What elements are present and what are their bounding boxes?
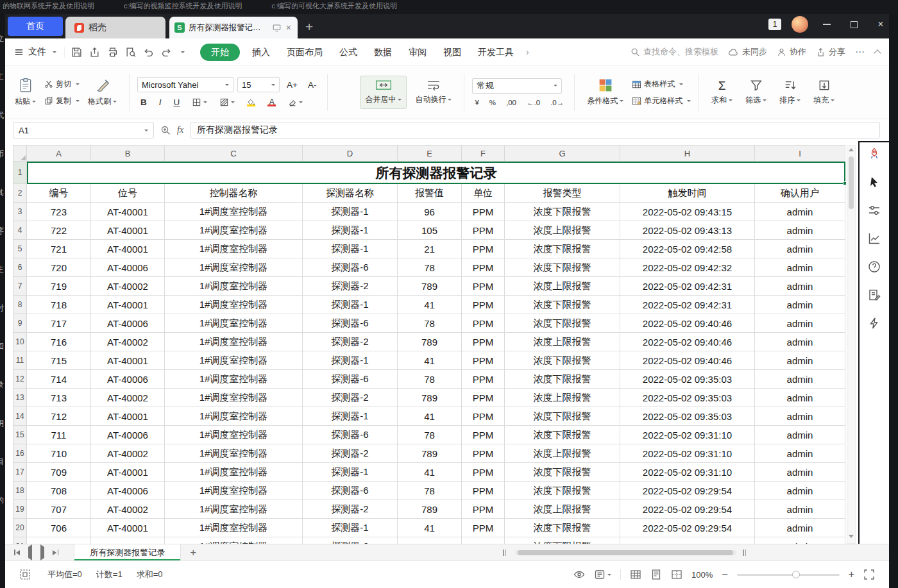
undo-icon[interactable] <box>143 47 154 58</box>
cell[interactable]: 探测器-6 <box>303 314 398 333</box>
merged-title-cell-A1[interactable]: 所有探测器报警记录 <box>27 162 845 184</box>
column-header-B[interactable]: B <box>91 145 165 162</box>
cell[interactable]: 2022-05-02 09:31:10 <box>620 426 755 444</box>
cell[interactable]: 浓度下限报警 <box>505 351 620 370</box>
tab-overflow-chevron[interactable]: › <box>522 47 533 57</box>
zoom-in-button[interactable]: + <box>849 569 854 580</box>
window-count-badge[interactable]: 1 <box>768 19 781 30</box>
cell[interactable]: admin <box>755 444 845 463</box>
cell[interactable]: 编号 <box>27 184 91 203</box>
cell[interactable]: 1#调度室控制器 <box>165 537 303 544</box>
cell[interactable]: 789 <box>398 500 462 519</box>
column-header-E[interactable]: E <box>398 145 462 162</box>
cell[interactable]: 探测器-2 <box>303 333 398 351</box>
cell[interactable]: 41 <box>398 407 462 426</box>
cell[interactable]: 探测器-1 <box>303 240 398 258</box>
cell[interactable]: PPM <box>462 333 505 351</box>
zoom-slider[interactable] <box>737 574 840 576</box>
zoom-formula-icon[interactable] <box>160 125 171 135</box>
comma-style-button[interactable]: ,00 <box>504 98 519 107</box>
cell[interactable]: 报警值 <box>398 184 462 203</box>
cell[interactable]: admin <box>755 426 845 444</box>
cell[interactable]: admin <box>755 500 845 519</box>
cell[interactable]: admin <box>755 240 845 258</box>
cell[interactable]: 报警类型 <box>505 184 620 203</box>
scroll-down-arrow-icon[interactable] <box>849 535 854 538</box>
row-header-20[interactable]: 20 <box>13 519 27 537</box>
print-preview-icon[interactable] <box>125 47 136 58</box>
cell[interactable]: AT-40001 <box>91 463 165 482</box>
cell[interactable]: admin <box>755 519 845 537</box>
cell[interactable]: 717 <box>27 314 91 333</box>
cell[interactable]: AT-40001 <box>91 203 165 221</box>
cell[interactable]: 浓度下限报警 <box>505 296 620 314</box>
cell[interactable]: 探测器-2 <box>303 500 398 519</box>
cell[interactable]: 78 <box>398 258 462 277</box>
tab-split-handle[interactable] <box>503 550 506 556</box>
cell[interactable]: 2022-05-02 09:29:54 <box>620 519 755 537</box>
user-avatar[interactable] <box>792 16 808 33</box>
column-header-C[interactable]: C <box>165 145 303 162</box>
cell[interactable]: 2022-05-02 09:43:15 <box>620 203 755 221</box>
cell[interactable]: PPM <box>462 277 505 296</box>
cell[interactable]: 2022-05-02 09:35:03 <box>620 370 755 389</box>
maximize-button[interactable] <box>845 21 862 28</box>
cell[interactable]: PPM <box>462 407 505 426</box>
row-header-21[interactable]: 21 <box>13 537 27 544</box>
underline-button[interactable]: U <box>171 97 183 108</box>
cell[interactable]: 探测器-6 <box>303 482 398 500</box>
increase-decimal-button[interactable]: ←.0 <box>524 98 543 107</box>
page-layout-view-icon[interactable] <box>650 569 662 580</box>
cell[interactable]: 711 <box>27 426 91 444</box>
cell[interactable]: 716 <box>27 333 91 351</box>
row-header-5[interactable]: 5 <box>13 240 27 258</box>
column-header-H[interactable]: H <box>620 145 755 162</box>
increase-font-button[interactable]: A+ <box>284 80 301 90</box>
bold-button[interactable]: B <box>137 97 150 108</box>
doc-edit-icon[interactable] <box>868 289 881 301</box>
cell[interactable]: 722 <box>27 221 91 240</box>
row-header-6[interactable]: 6 <box>13 258 27 277</box>
cell[interactable]: 41 <box>398 296 462 314</box>
last-sheet-icon[interactable] <box>53 550 58 555</box>
new-tab-button[interactable]: + <box>305 19 313 35</box>
cell[interactable]: 1#调度室控制器 <box>165 482 303 500</box>
column-header-F[interactable]: F <box>462 145 505 162</box>
vertical-scrollbar[interactable] <box>847 145 856 544</box>
cell[interactable]: 789 <box>398 444 462 463</box>
cell[interactable]: 2022-05-02 09:35:03 <box>620 407 755 426</box>
menu-tab-视图[interactable]: 视图 <box>435 38 470 66</box>
cell[interactable]: 1#调度室控制器 <box>165 519 303 537</box>
cell[interactable]: PPM <box>462 519 505 537</box>
cell[interactable]: 探测器-1 <box>303 203 398 221</box>
cell[interactable]: 1#调度室控制器 <box>165 444 303 463</box>
document-tab[interactable]: S 所有探测器报警记录...-10-05-23 × <box>169 17 298 38</box>
select-all-corner[interactable] <box>13 145 27 162</box>
row-header-17[interactable]: 17 <box>13 463 27 482</box>
cell[interactable]: AT-40001 <box>91 221 165 240</box>
row-header-13[interactable]: 13 <box>13 389 27 407</box>
cell-name-box[interactable]: A1 <box>13 122 154 139</box>
cell[interactable]: admin <box>755 203 845 221</box>
cell[interactable]: admin <box>755 258 845 277</box>
vertical-scrollbar-thumb[interactable] <box>849 156 854 209</box>
cell[interactable]: 78 <box>398 537 462 544</box>
decrease-font-button[interactable]: A- <box>305 80 320 90</box>
number-format-select[interactable]: 常规 <box>472 78 562 94</box>
fill-color-button[interactable] <box>244 98 258 107</box>
cell[interactable]: 探测器-2 <box>303 389 398 407</box>
cell[interactable]: 探测器-2 <box>303 444 398 463</box>
sort-button[interactable]: 排序 <box>775 76 805 109</box>
row-header-3[interactable]: 3 <box>13 203 27 221</box>
cell[interactable]: 浓度下限报警 <box>505 519 620 537</box>
cell[interactable]: 1#调度室控制器 <box>165 426 303 444</box>
close-tab-icon[interactable]: × <box>285 22 292 33</box>
cell[interactable]: 41 <box>398 351 462 370</box>
cell[interactable]: 789 <box>398 333 462 351</box>
column-header-A[interactable]: A <box>27 145 91 162</box>
cell[interactable]: 789 <box>398 277 462 296</box>
cell[interactable]: 96 <box>398 203 462 221</box>
cell[interactable]: 探测器-1 <box>303 296 398 314</box>
chart-edit-icon[interactable] <box>868 232 881 245</box>
close-window-button[interactable]: × <box>872 19 889 30</box>
